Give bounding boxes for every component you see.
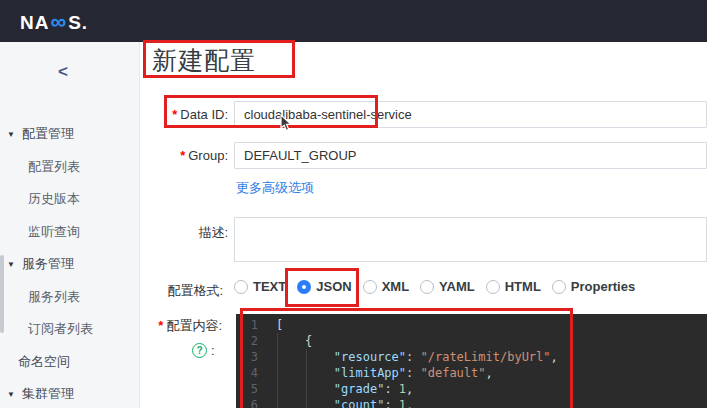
- sidebar-item-label: 订阅者列表: [28, 321, 93, 336]
- top-navbar: NA∞S.: [0, 0, 707, 42]
- radio-label: TEXT: [253, 279, 286, 294]
- code-line: [: [276, 317, 558, 333]
- sidebar-item-config-list[interactable]: 配置列表: [28, 158, 80, 176]
- code-line: "resource": "/rateLimit/byUrl",: [276, 349, 558, 365]
- line-number: 5: [236, 381, 258, 397]
- caret-down-icon: ▼: [7, 390, 15, 399]
- help-colon: :: [211, 343, 215, 358]
- nacos-new-config-page: NA∞S. < ▼配置管理配置列表历史版本监听查询▼服务管理服务列表订阅者列表命…: [0, 0, 707, 408]
- sidebar-collapse-button[interactable]: <: [58, 62, 68, 82]
- editor-code: [ { "resource": "/rateLimit/byUrl", "lim…: [276, 317, 558, 408]
- infinity-icon: ∞: [49, 9, 68, 34]
- line-number: 6: [236, 397, 258, 408]
- radio-icon: [363, 280, 377, 294]
- format-radio-yaml[interactable]: YAML: [420, 279, 475, 294]
- data-id-input[interactable]: [234, 101, 707, 128]
- code-line: {: [276, 333, 558, 349]
- sidebar-item-namespace[interactable]: 命名空间: [18, 353, 70, 371]
- sidebar-item-cluster-management[interactable]: ▼集群管理: [7, 385, 74, 403]
- code-line: "grade": 1,: [276, 381, 558, 397]
- radio-label: HTML: [505, 279, 541, 294]
- sidebar-item-config-management[interactable]: ▼配置管理: [7, 125, 74, 143]
- format-radio-text[interactable]: TEXT: [234, 279, 286, 294]
- format-radio-json[interactable]: JSON: [297, 279, 351, 294]
- data-id-label: *Data ID:: [108, 107, 228, 122]
- radio-icon: [420, 280, 434, 294]
- sidebar-item-label: 命名空间: [18, 354, 70, 369]
- radio-label: XML: [382, 279, 409, 294]
- content-help: ? :: [192, 343, 215, 358]
- config-format-label: 配置格式:: [103, 282, 223, 300]
- help-question-icon[interactable]: ?: [192, 343, 207, 358]
- config-content-editor[interactable]: 123456 [ { "resource": "/rateLimit/byUrl…: [236, 314, 707, 408]
- sidebar-item-label: 集群管理: [22, 386, 74, 401]
- code-line: "limitApp": "default",: [276, 365, 558, 381]
- sidebar-item-label: 服务列表: [28, 289, 80, 304]
- caret-down-icon: ▼: [7, 260, 15, 269]
- line-number: 4: [236, 365, 258, 381]
- line-number: 3: [236, 349, 258, 365]
- logo-text: NA: [20, 12, 49, 33]
- format-radio-properties[interactable]: Properties: [552, 279, 635, 294]
- radio-icon: [234, 280, 248, 294]
- sidebar-item-label: 配置列表: [28, 159, 80, 174]
- config-content-label: *配置内容:: [102, 317, 222, 335]
- group-label: *Group:: [108, 148, 228, 163]
- format-radio-html[interactable]: HTML: [486, 279, 541, 294]
- editor-line-numbers: 123456: [236, 317, 258, 408]
- logo-text-suffix: S.: [68, 12, 88, 33]
- sidebar-item-label: 历史版本: [28, 191, 80, 206]
- sidebar-item-label: 服务管理: [22, 256, 74, 271]
- line-number: 1: [236, 317, 258, 333]
- caret-down-icon: ▼: [7, 130, 15, 139]
- line-number: 2: [236, 333, 258, 349]
- radio-icon: [552, 280, 566, 294]
- sidebar-item-service-management[interactable]: ▼服务管理: [7, 255, 74, 273]
- format-radio-xml[interactable]: XML: [363, 279, 409, 294]
- radio-selected-icon: [297, 280, 311, 294]
- radio-label: Properties: [571, 279, 635, 294]
- sidebar-item-label: 监听查询: [28, 224, 80, 239]
- sidebar-item-listening-query[interactable]: 监听查询: [28, 223, 80, 241]
- description-label: 描述:: [108, 224, 228, 242]
- sidebar-item-label: 配置管理: [22, 126, 74, 141]
- code-line: "count": 1,: [276, 397, 558, 408]
- more-advanced-options-link[interactable]: 更多高级选项: [236, 179, 314, 197]
- sidebar-item-history-versions[interactable]: 历史版本: [28, 190, 80, 208]
- required-asterisk: *: [172, 107, 177, 122]
- radio-label: YAML: [439, 279, 475, 294]
- sidebar-item-service-list[interactable]: 服务列表: [28, 288, 80, 306]
- group-input[interactable]: [234, 142, 707, 169]
- required-asterisk: *: [180, 148, 185, 163]
- description-textarea[interactable]: [234, 217, 707, 262]
- sidebar-scrollbar[interactable]: [0, 255, 4, 333]
- radio-label: JSON: [316, 279, 351, 294]
- nacos-logo[interactable]: NA∞S.: [20, 9, 88, 35]
- required-asterisk: *: [158, 318, 163, 333]
- radio-icon: [486, 280, 500, 294]
- sidebar-item-subscriber-list[interactable]: 订阅者列表: [28, 320, 93, 338]
- page-title: 新建配置: [152, 44, 256, 77]
- config-format-radio-group: TEXTJSONXMLYAMLHTMLProperties: [234, 279, 635, 294]
